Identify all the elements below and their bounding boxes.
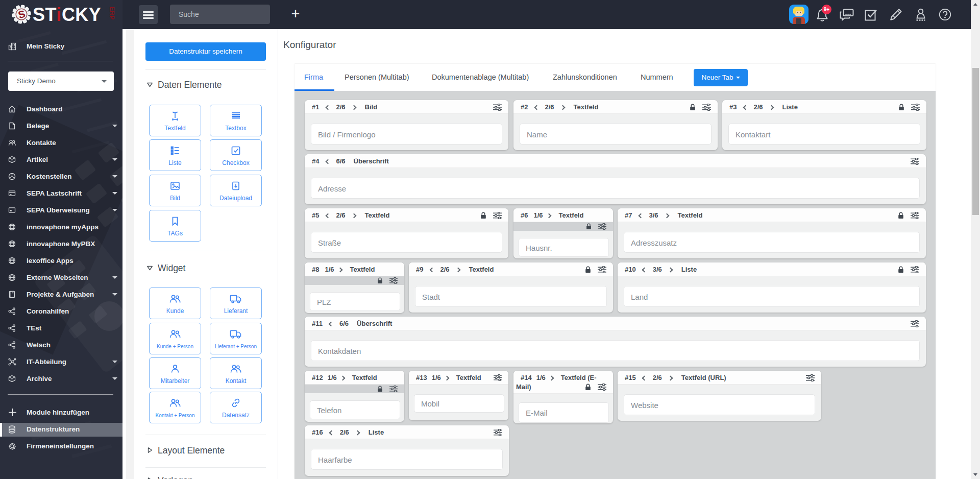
svg-text:ERP: ERP bbox=[108, 7, 115, 20]
svg-text:STiCKY: STiCKY bbox=[33, 4, 101, 25]
